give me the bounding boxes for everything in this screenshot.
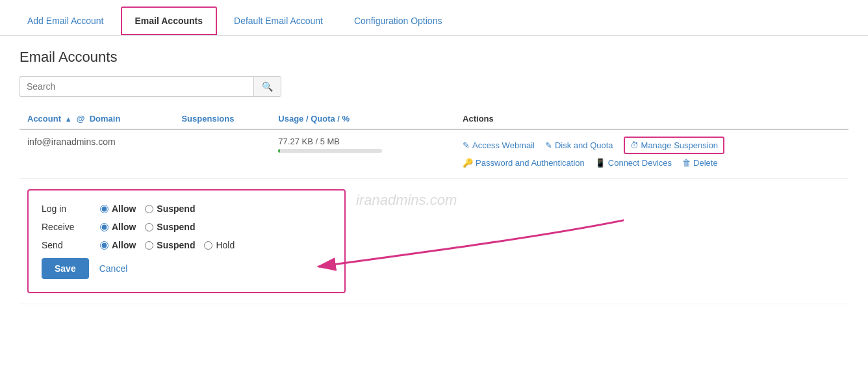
search-icon: 🔍: [262, 81, 273, 92]
suspension-panel-row: Log in Allow Suspend: [19, 179, 849, 304]
send-hold-option[interactable]: Hold: [204, 240, 235, 250]
disk-quota-link[interactable]: ✎ Disk and Quota: [545, 137, 613, 154]
send-radio-group: Allow Suspend Hold: [100, 240, 235, 250]
sort-icon: ▲: [65, 115, 72, 123]
table-row: info@iranadmins.com 77.27 KB / 5 MB ✎: [19, 129, 849, 179]
receive-suspend-radio[interactable]: [145, 223, 153, 231]
usage-cell: 77.27 KB / 5 MB: [270, 129, 455, 179]
col-actions: Actions: [455, 109, 849, 129]
receive-allow-option[interactable]: Allow: [100, 222, 136, 232]
tab-config-options[interactable]: Configuration Options: [340, 7, 456, 35]
login-allow-radio[interactable]: [100, 205, 108, 213]
send-label: Send: [42, 240, 94, 250]
send-hold-radio[interactable]: [204, 241, 212, 250]
page-title: Email Accounts: [19, 49, 849, 66]
send-suspend-option[interactable]: Suspend: [145, 240, 195, 250]
table-header-row: Account ▲ @ Domain Suspensions Usage / Q…: [19, 109, 849, 129]
tab-bar: Add Email Account Email Accounts Default…: [0, 0, 868, 36]
webmail-icon: ✎: [463, 140, 470, 150]
suspensions-cell: [173, 129, 270, 179]
account-name: info@iranadmins.com: [27, 137, 116, 147]
tab-email-accounts[interactable]: Email Accounts: [121, 7, 218, 35]
col-account[interactable]: Account ▲ @ Domain: [19, 109, 173, 129]
connect-devices-link[interactable]: 📱 Connect Devices: [595, 158, 672, 168]
main-content: Email Accounts 🔍 Account ▲ @ Domain Susp…: [0, 36, 868, 317]
usage-text: 77.27 KB / 5 MB: [278, 137, 447, 146]
password-icon: 🔑: [463, 158, 473, 168]
receive-label: Receive: [42, 222, 94, 232]
devices-icon: 📱: [595, 158, 606, 168]
login-radio-group: Allow Suspend: [100, 204, 195, 214]
disk-icon: ✎: [545, 140, 552, 150]
suspension-panel-cell: Log in Allow Suspend: [19, 179, 849, 304]
suspension-row-send: Send Allow Suspend: [42, 240, 331, 250]
suspension-actions: Save Cancel: [42, 258, 331, 279]
col-suspensions: Suspensions: [173, 109, 270, 129]
access-webmail-link[interactable]: ✎ Access Webmail: [463, 137, 535, 154]
progress-bar-fill: [278, 149, 279, 153]
suspension-row-login: Log in Allow Suspend: [42, 204, 331, 214]
search-button[interactable]: 🔍: [253, 76, 281, 97]
tab-add-email[interactable]: Add Email Account: [13, 7, 118, 35]
progress-bar-bg: [278, 149, 382, 153]
login-suspend-radio[interactable]: [145, 205, 153, 213]
password-auth-link[interactable]: 🔑 Password and Authentication: [463, 158, 585, 168]
receive-suspend-option[interactable]: Suspend: [145, 222, 195, 232]
suspension-panel: Log in Allow Suspend: [27, 189, 346, 293]
actions-row-2: 🔑 Password and Authentication 📱 Connect …: [463, 158, 841, 168]
receive-radio-group: Allow Suspend: [100, 222, 195, 232]
delete-link[interactable]: 🗑 Delete: [682, 158, 718, 168]
actions-cell: ✎ Access Webmail ✎ Disk and Quota ⏱ Mana…: [455, 129, 849, 179]
cancel-link[interactable]: Cancel: [99, 263, 128, 274]
send-suspend-radio[interactable]: [145, 241, 153, 250]
suspension-row-receive: Receive Allow Suspend: [42, 222, 331, 232]
accounts-table: Account ▲ @ Domain Suspensions Usage / Q…: [19, 109, 849, 304]
login-label: Log in: [42, 204, 94, 214]
search-bar: 🔍: [19, 76, 849, 97]
suspension-icon: ⏱: [630, 140, 639, 150]
col-usage: Usage / Quota / %: [270, 109, 455, 129]
save-button[interactable]: Save: [42, 258, 89, 279]
login-allow-option[interactable]: Allow: [100, 204, 136, 214]
tab-default-email[interactable]: Default Email Account: [220, 7, 337, 35]
delete-icon: 🗑: [682, 158, 691, 168]
receive-allow-radio[interactable]: [100, 223, 108, 231]
login-suspend-option[interactable]: Suspend: [145, 204, 195, 214]
send-allow-radio[interactable]: [100, 241, 108, 250]
manage-suspension-link[interactable]: ⏱ Manage Suspension: [624, 137, 725, 154]
search-input[interactable]: [19, 76, 253, 97]
send-allow-option[interactable]: Allow: [100, 240, 136, 250]
actions-row-1: ✎ Access Webmail ✎ Disk and Quota ⏱ Mana…: [463, 137, 841, 154]
account-cell: info@iranadmins.com: [19, 129, 173, 179]
